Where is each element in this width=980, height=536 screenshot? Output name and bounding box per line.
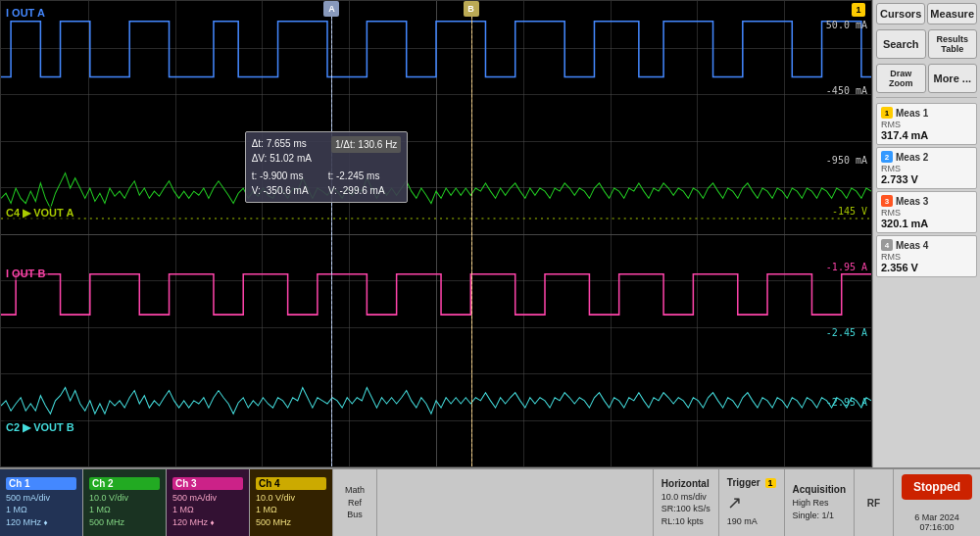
datetime-label: 6 Mar 2024 07:16:00 — [914, 503, 959, 532]
horizontal-sr: SR:100 kS/s — [662, 503, 710, 515]
measurements-section: 1 Meas 1 RMS 317.4 mA 2 Meas 2 RMS 2.733… — [873, 100, 980, 467]
main-container: A B Δt: 7.655 ms ΔV: 51.02 mA 1/Δt: 130.… — [0, 0, 980, 467]
waveforms-svg — [1, 1, 871, 466]
ch1-scale: 500 mA/div — [6, 492, 76, 505]
meas-3-dot: 3 — [881, 195, 893, 207]
scale-neg245a: -2.45 A — [826, 327, 867, 338]
scale-neg195a: -1.95 A — [826, 262, 867, 272]
horizontal-box: Horizontal 10.0 ms/div SR:100 kS/s RL:10… — [653, 469, 719, 536]
meas-1-value: 317.4 mA — [881, 129, 972, 141]
inv-dt-label: 1/Δt: 130.6 Hz — [331, 136, 401, 153]
meas-1-box: 1 Meas 1 RMS 317.4 mA — [876, 103, 977, 145]
scale-neg450ma: -450 mA — [826, 85, 867, 96]
trigger-title: Trigger 1 — [727, 477, 776, 488]
cursor-a-v: V: -350.6 mA — [252, 183, 309, 198]
delta-t-label: Δt: 7.655 ms — [252, 136, 312, 151]
scale-50ma: 50.0 mA — [826, 20, 867, 30]
ch1-bw: 120 MHz ♦ — [6, 516, 76, 529]
scale-neg145v: -145 V — [832, 206, 867, 217]
draw-zoom-button[interactable]: Draw Zoom — [876, 64, 926, 93]
meas-3-value: 320.1 mA — [881, 218, 972, 229]
right-panel: Cursors Measure Search Results Table Dra… — [872, 0, 980, 467]
delta-v-label: ΔV: 51.02 mA — [252, 151, 312, 166]
cursor-b-marker: B — [464, 1, 479, 17]
c3-screen-label: I OUT B — [3, 267, 48, 280]
more-button[interactable]: More ... — [928, 64, 978, 93]
ch3-bw: 120 MHz ♦ — [172, 516, 243, 529]
acquisition-single: Single: 1/1 — [793, 510, 846, 522]
ch2-bw: 500 MHz — [89, 516, 160, 529]
stopped-button[interactable]: Stopped — [902, 474, 972, 500]
acquisition-mode: High Res — [793, 497, 846, 510]
ch4-impedance: 1 MΩ — [256, 504, 326, 516]
ch3-scale: 500 mA/div — [172, 492, 243, 505]
ch4-bw: 500 MHz — [256, 516, 326, 529]
horizontal-scale: 10.0 ms/div — [662, 491, 710, 504]
ch2-scale: 10.0 V/div — [89, 492, 160, 505]
active-indicator: 1 — [852, 3, 865, 17]
ch1-title: Ch 1 — [6, 477, 76, 490]
c4-screen-label: C4 ▶ VOUT A — [3, 206, 76, 220]
ch3-waveform — [1, 274, 871, 315]
rf-label: RF — [867, 498, 880, 509]
acquisition-box: Acquisition High Res Single: 1/1 — [785, 469, 855, 536]
meas-4-type: RMS — [881, 252, 972, 262]
ch1-waveform — [1, 22, 871, 77]
results-table-button[interactable]: Results Table — [928, 29, 978, 59]
math-ref-bus-label3: Bus — [347, 509, 363, 521]
ch1-info-box: Ch 1 500 mA/div 1 MΩ 120 MHz ♦ — [0, 469, 83, 536]
meas-4-value: 2.356 V — [881, 262, 972, 273]
ch4-info-box: Ch 4 10.0 V/div 1 MΩ 500 MHz — [250, 469, 333, 536]
trigger-slope-icon: ↗ — [727, 492, 776, 513]
ch2-impedance: 1 MΩ — [89, 504, 160, 516]
meas-4-label: Meas 4 — [896, 240, 928, 251]
meas-4-box: 4 Meas 4 RMS 2.356 V — [876, 235, 977, 277]
grid — [1, 1, 871, 466]
meas-1-type: RMS — [881, 120, 972, 129]
ch3-title: Ch 3 — [172, 477, 243, 490]
measure-button[interactable]: Measure — [927, 3, 977, 24]
cursor-b-line[interactable] — [471, 1, 472, 466]
cursor-b-t: t: -2.245 ms — [328, 169, 385, 183]
stopped-box: Stopped 6 Mar 2024 07:16:00 — [894, 469, 980, 536]
ch4-title: Ch 4 — [256, 477, 326, 490]
meas-1-dot: 1 — [881, 107, 893, 119]
acquisition-title: Acquisition — [793, 484, 846, 495]
trigger-level: 190 mA — [727, 515, 776, 528]
meas-2-dot: 2 — [881, 151, 893, 163]
ch1-impedance: 1 MΩ — [6, 504, 76, 516]
ch4-waveform — [1, 173, 871, 209]
meas-3-label: Meas 3 — [896, 196, 928, 207]
trigger-box: Trigger 1 ↗ 190 mA — [719, 469, 785, 536]
meas-2-value: 2.733 V — [881, 173, 972, 185]
ch2-title: Ch 2 — [89, 477, 160, 490]
ch2-waveform — [1, 387, 871, 414]
rf-box[interactable]: RF — [855, 469, 894, 536]
cursor-b-v: V: -299.6 mA — [328, 183, 385, 198]
meas-2-box: 2 Meas 2 RMS 2.733 V — [876, 147, 977, 189]
cursor-tooltip: Δt: 7.655 ms ΔV: 51.02 mA 1/Δt: 130.6 Hz… — [245, 131, 409, 203]
math-ref-bus-label: Math — [345, 484, 365, 497]
horizontal-title: Horizontal — [662, 478, 710, 489]
cursors-button[interactable]: Cursors — [876, 3, 925, 24]
math-ref-bus-box[interactable]: Math Ref Bus — [333, 469, 377, 536]
horizontal-rl: RL:10 kpts — [662, 515, 710, 528]
bottom-bar: Ch 1 500 mA/div 1 MΩ 120 MHz ♦ Ch 2 10.0… — [0, 467, 980, 536]
meas-4-dot: 4 — [881, 239, 893, 251]
meas-1-label: Meas 1 — [896, 108, 928, 119]
cursor-a-t: t: -9.900 ms — [252, 169, 309, 183]
trigger-channel-badge: 1 — [765, 478, 776, 488]
math-ref-bus-label2: Ref — [348, 497, 362, 510]
search-button[interactable]: Search — [876, 29, 926, 59]
meas-2-type: RMS — [881, 164, 972, 173]
scope-screen: A B Δt: 7.655 ms ΔV: 51.02 mA 1/Δt: 130.… — [0, 0, 872, 467]
c2-screen-label: C2 ▶ VOUT B — [3, 420, 77, 435]
cursor-a-marker: A — [323, 1, 339, 17]
ch4-scale: 10.0 V/div — [256, 492, 326, 505]
second-btn-row: Search Results Table — [873, 26, 980, 61]
cursor-a-line[interactable] — [331, 1, 332, 466]
scale-neg950ma: -950 mA — [826, 155, 867, 166]
c1-screen-label: I OUT A — [3, 6, 48, 20]
meas-3-box: 3 Meas 3 RMS 320.1 mA — [876, 191, 977, 233]
ch3-info-box: Ch 3 500 mA/div 1 MΩ 120 MHz ♦ — [167, 469, 250, 536]
